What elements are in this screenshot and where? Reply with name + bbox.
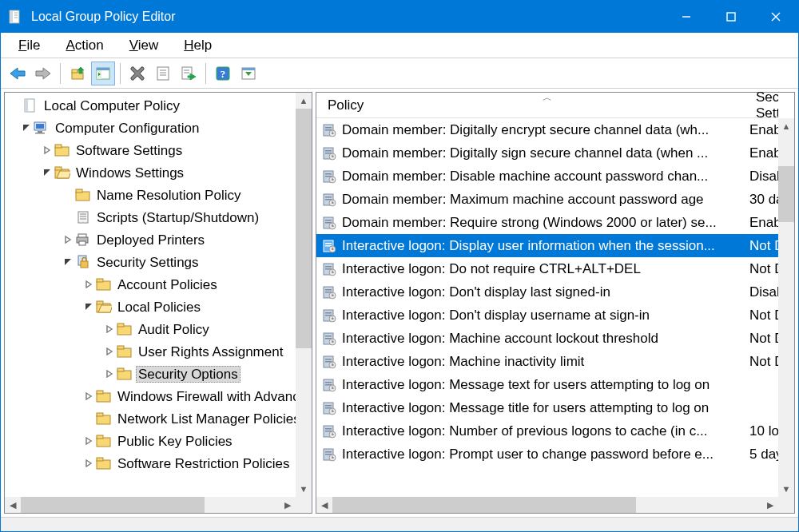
column-policy[interactable]: Policy xyxy=(321,94,749,117)
tree-windows-firewall[interactable]: Windows Firewall with Advanced Security xyxy=(8,385,296,407)
svg-rect-57 xyxy=(97,301,103,304)
tree-software-restriction[interactable]: Software Restriction Policies xyxy=(8,452,296,474)
tree-account-policies[interactable]: Account Policies xyxy=(8,273,296,296)
policy-row[interactable]: Interactive logon: Message title for use… xyxy=(316,396,778,419)
expand-icon[interactable] xyxy=(61,232,75,247)
tree-root[interactable]: Local Computer Policy xyxy=(8,94,296,117)
tree-local-policies[interactable]: Local Policies xyxy=(8,296,296,318)
policy-list[interactable]: Domain member: Digitally encrypt secure … xyxy=(316,118,778,466)
vertical-scrollbar[interactable]: ▲ ▼ xyxy=(778,118,794,497)
collapse-icon[interactable] xyxy=(19,121,34,135)
menu-file[interactable]: File xyxy=(7,35,51,56)
scroll-right-icon[interactable]: ▶ xyxy=(280,497,296,513)
policy-row[interactable]: Interactive logon: Number of previous lo… xyxy=(316,419,778,443)
policy-row[interactable]: Interactive logon: Don't display usernam… xyxy=(316,304,778,327)
window-title: Local Group Policy Editor xyxy=(31,10,664,24)
scroll-up-icon[interactable]: ▲ xyxy=(778,118,794,134)
tree-security-options[interactable]: Security Options xyxy=(8,363,296,385)
menu-help[interactable]: Help xyxy=(173,35,223,56)
show-hide-tree-button[interactable] xyxy=(91,62,115,85)
expand-icon[interactable] xyxy=(102,344,117,359)
scroll-thumb[interactable] xyxy=(21,497,205,513)
menu-action[interactable]: Action xyxy=(54,35,114,56)
svg-rect-38 xyxy=(55,147,69,156)
svg-text:?: ? xyxy=(221,68,226,80)
policy-value: 10 logons xyxy=(749,423,778,439)
policy-row[interactable]: Interactive logon: Message text for user… xyxy=(316,373,778,396)
menu-view[interactable]: View xyxy=(118,35,170,56)
policy-row[interactable]: Interactive logon: Prompt user to change… xyxy=(316,443,778,466)
properties-button[interactable] xyxy=(151,62,175,85)
tree-software-settings[interactable]: Software Settings xyxy=(8,139,296,161)
tree-security-settings[interactable]: Security Settings xyxy=(8,251,296,273)
back-button[interactable] xyxy=(6,62,30,85)
policy-value: Enabled xyxy=(749,122,778,138)
vertical-scrollbar[interactable]: ▲ ▼ xyxy=(296,93,312,497)
tree-scripts[interactable]: Scripts (Startup/Shutdown) xyxy=(8,206,296,228)
scroll-thumb[interactable] xyxy=(778,166,794,222)
scroll-corner xyxy=(778,497,794,513)
tree-public-key[interactable]: Public Key Policies xyxy=(8,430,296,452)
maximize-button[interactable] xyxy=(709,1,753,33)
up-button[interactable] xyxy=(66,62,89,85)
scroll-thumb[interactable] xyxy=(332,497,636,513)
policy-icon xyxy=(321,354,337,370)
tree-deployed-printers[interactable]: Deployed Printers xyxy=(8,228,296,251)
scroll-left-icon[interactable]: ◀ xyxy=(316,497,332,513)
expand-icon[interactable] xyxy=(40,143,54,157)
scroll-left-icon[interactable]: ◀ xyxy=(5,497,21,513)
svg-rect-39 xyxy=(55,145,62,148)
policy-name: Interactive logon: Message text for user… xyxy=(342,377,749,393)
policy-row[interactable]: Domain member: Digitally sign secure cha… xyxy=(316,141,778,165)
policy-icon xyxy=(321,423,337,439)
collapse-icon[interactable] xyxy=(61,255,75,269)
horizontal-scrollbar[interactable]: ◀ ▶ xyxy=(316,497,778,513)
horizontal-scrollbar[interactable]: ◀ ▶ xyxy=(5,497,296,513)
list-header[interactable]: ︿ Policy Security Setting xyxy=(316,93,778,118)
folder-open-icon xyxy=(96,299,112,315)
policy-icon xyxy=(321,192,337,208)
policy-row[interactable]: Interactive logon: Display user informat… xyxy=(316,234,778,257)
policy-row[interactable]: Interactive logon: Machine account locko… xyxy=(316,327,778,350)
policy-row[interactable]: Interactive logon: Don't display last si… xyxy=(316,280,778,304)
policy-row[interactable]: Domain member: Maximum machine account p… xyxy=(316,188,778,211)
policy-name: Interactive logon: Machine inactivity li… xyxy=(342,354,749,370)
tree-computer-config[interactable]: Computer Configuration xyxy=(8,117,296,139)
policy-row[interactable]: Domain member: Digitally encrypt secure … xyxy=(316,118,778,141)
help-button[interactable]: ? xyxy=(211,62,235,85)
tree-network-list[interactable]: Network List Manager Policies xyxy=(8,407,296,430)
policy-row[interactable]: Domain member: Disable machine account p… xyxy=(316,165,778,188)
export-list-button[interactable] xyxy=(177,62,201,85)
collapse-icon[interactable] xyxy=(81,300,96,314)
minimize-button[interactable] xyxy=(664,1,709,33)
expand-icon[interactable] xyxy=(81,456,96,470)
tree-user-rights[interactable]: User Rights Assignment xyxy=(8,340,296,363)
close-button[interactable] xyxy=(753,1,798,33)
tree-view[interactable]: Local Computer Policy Computer Configura… xyxy=(5,93,296,476)
tree-audit-policy[interactable]: Audit Policy xyxy=(8,318,296,340)
collapse-icon[interactable] xyxy=(40,165,54,180)
policy-row[interactable]: Interactive logon: Do not require CTRL+A… xyxy=(316,257,778,280)
scroll-thumb[interactable] xyxy=(296,109,312,348)
expander-icon[interactable] xyxy=(8,98,22,113)
expand-icon[interactable] xyxy=(81,277,96,292)
scroll-right-icon[interactable]: ▶ xyxy=(762,497,778,513)
svg-rect-59 xyxy=(117,326,131,335)
expand-icon[interactable] xyxy=(81,389,96,403)
policy-row[interactable]: Domain member: Require strong (Windows 2… xyxy=(316,211,778,234)
policy-name: Interactive logon: Number of previous lo… xyxy=(342,423,749,439)
filter-button[interactable] xyxy=(237,62,260,85)
svg-rect-64 xyxy=(117,368,124,371)
scroll-down-icon[interactable]: ▼ xyxy=(296,481,312,497)
delete-button[interactable] xyxy=(125,62,149,85)
scroll-up-icon[interactable]: ▲ xyxy=(296,93,312,109)
forward-button[interactable] xyxy=(31,62,55,85)
expand-icon[interactable] xyxy=(102,322,117,336)
tree-name-resolution[interactable]: Name Resolution Policy xyxy=(8,184,296,206)
policy-row[interactable]: Interactive logon: Machine inactivity li… xyxy=(316,350,778,373)
expand-icon[interactable] xyxy=(81,434,96,448)
expand-icon[interactable] xyxy=(102,367,117,381)
tree-windows-settings[interactable]: Windows Settings xyxy=(8,161,296,184)
toolbar-separator xyxy=(120,63,121,84)
scroll-down-icon[interactable]: ▼ xyxy=(778,481,794,497)
